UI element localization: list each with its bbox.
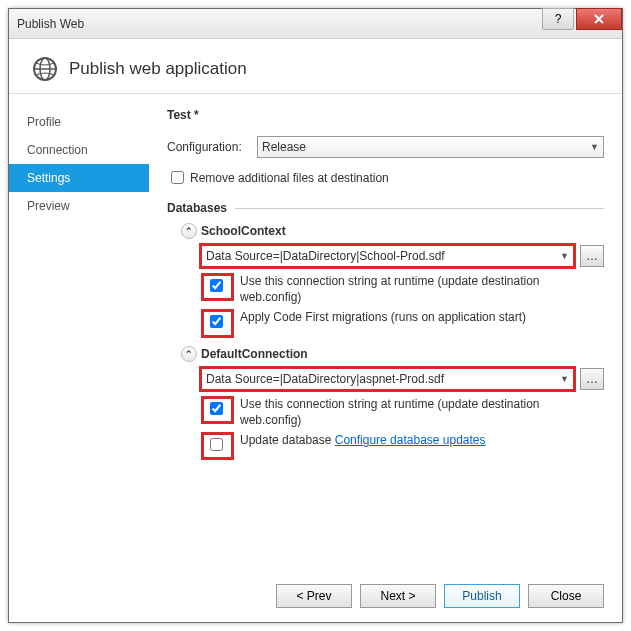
next-button[interactable]: Next > (360, 584, 436, 608)
chevron-down-icon: ▼ (590, 142, 599, 152)
db-name: DefaultConnection (201, 347, 308, 361)
schoolcontext-use-runtime-checkbox[interactable] (210, 279, 223, 292)
schoolcontext-migrations-checkbox[interactable] (210, 315, 223, 328)
publish-button[interactable]: Publish (444, 584, 520, 608)
db-name: SchoolContext (201, 224, 286, 238)
schoolcontext-migrations-label: Apply Code First migrations (runs on app… (240, 309, 526, 325)
schoolcontext-use-runtime-label: Use this connection string at runtime (u… (240, 273, 604, 305)
db-group-schoolcontext: ⌃ SchoolContext Data Source=|DataDirecto… (181, 223, 604, 338)
window-title: Publish Web (17, 17, 542, 31)
close-button[interactable]: Close (528, 584, 604, 608)
expander-icon[interactable]: ⌃ (181, 346, 197, 362)
page-title: Test * (167, 108, 604, 122)
publish-web-dialog: Publish Web ? Publish web application Pr… (8, 8, 623, 623)
dialog-footer: < Prev Next > Publish Close (276, 584, 604, 608)
globe-icon (31, 55, 59, 83)
nav-settings[interactable]: Settings (9, 164, 149, 192)
expander-icon[interactable]: ⌃ (181, 223, 197, 239)
configure-database-updates-link[interactable]: Configure database updates (335, 433, 486, 447)
header-title: Publish web application (69, 59, 247, 79)
titlebar: Publish Web ? (9, 9, 622, 39)
chevron-down-icon: ▼ (560, 251, 569, 261)
schoolcontext-connection-value: Data Source=|DataDirectory|School-Prod.s… (206, 249, 445, 263)
main-panel: Test * Configuration: Release ▼ Remove a… (149, 94, 622, 615)
dialog-header: Publish web application (9, 39, 622, 93)
remove-files-checkbox[interactable] (171, 171, 184, 184)
configuration-label: Configuration: (167, 140, 257, 154)
db-group-defaultconnection: ⌃ DefaultConnection Data Source=|DataDir… (181, 346, 604, 461)
defaultconnection-use-runtime-label: Use this connection string at runtime (u… (240, 396, 604, 428)
nav-profile[interactable]: Profile (9, 108, 149, 136)
schoolcontext-connection-dropdown[interactable]: Data Source=|DataDirectory|School-Prod.s… (201, 245, 574, 267)
help-button[interactable]: ? (542, 8, 574, 30)
defaultconnection-browse-button[interactable]: … (580, 368, 604, 390)
chevron-down-icon: ▼ (560, 374, 569, 384)
defaultconnection-connection-dropdown[interactable]: Data Source=|DataDirectory|aspnet-Prod.s… (201, 368, 574, 390)
defaultconnection-use-runtime-checkbox[interactable] (210, 402, 223, 415)
nav-preview[interactable]: Preview (9, 192, 149, 220)
defaultconnection-update-db-label: Update database (240, 433, 331, 447)
close-window-button[interactable] (576, 8, 622, 30)
databases-heading: Databases (167, 201, 227, 215)
schoolcontext-browse-button[interactable]: … (580, 245, 604, 267)
remove-files-label: Remove additional files at destination (190, 171, 389, 185)
configuration-dropdown[interactable]: Release ▼ (257, 136, 604, 158)
prev-button[interactable]: < Prev (276, 584, 352, 608)
nav-sidebar: Profile Connection Settings Preview (9, 94, 149, 615)
configuration-value: Release (262, 140, 306, 154)
defaultconnection-connection-value: Data Source=|DataDirectory|aspnet-Prod.s… (206, 372, 444, 386)
nav-connection[interactable]: Connection (9, 136, 149, 164)
defaultconnection-update-db-checkbox[interactable] (210, 438, 223, 451)
